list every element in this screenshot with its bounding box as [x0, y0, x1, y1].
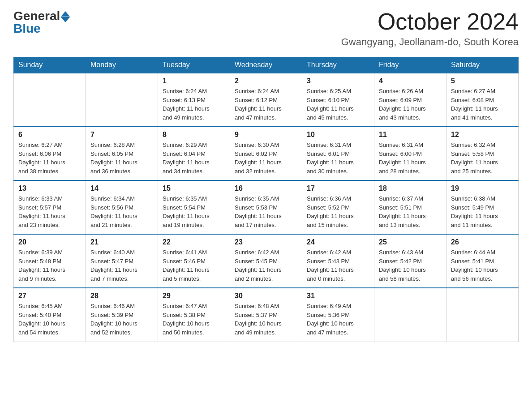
day-number: 8 [163, 131, 225, 139]
day-number: 26 [451, 238, 514, 246]
month-year-title: October 2024 [341, 9, 519, 34]
day-number: 11 [379, 131, 442, 139]
day-number: 31 [307, 292, 369, 300]
day-info: Sunrise: 6:27 AM Sunset: 6:08 PM Dayligh… [451, 87, 514, 122]
calendar-day-10: 10Sunrise: 6:31 AM Sunset: 6:01 PM Dayli… [302, 127, 374, 180]
day-number: 23 [235, 238, 297, 246]
day-number: 24 [307, 238, 369, 246]
day-info: Sunrise: 6:49 AM Sunset: 5:36 PM Dayligh… [307, 302, 369, 337]
day-info: Sunrise: 6:26 AM Sunset: 6:09 PM Dayligh… [379, 87, 442, 122]
calendar-week-row: 13Sunrise: 6:33 AM Sunset: 5:57 PM Dayli… [14, 180, 519, 234]
day-number: 2 [235, 77, 297, 85]
day-info: Sunrise: 6:39 AM Sunset: 5:48 PM Dayligh… [18, 248, 81, 283]
day-info: Sunrise: 6:28 AM Sunset: 6:05 PM Dayligh… [90, 141, 153, 176]
calendar-day-3: 3Sunrise: 6:25 AM Sunset: 6:10 PM Daylig… [302, 73, 374, 127]
day-number: 12 [451, 131, 514, 139]
day-number: 4 [379, 77, 442, 85]
day-info: Sunrise: 6:35 AM Sunset: 5:54 PM Dayligh… [163, 194, 225, 229]
calendar-day-9: 9Sunrise: 6:30 AM Sunset: 6:02 PM Daylig… [230, 127, 302, 180]
day-info: Sunrise: 6:31 AM Sunset: 6:01 PM Dayligh… [307, 141, 369, 176]
day-info: Sunrise: 6:38 AM Sunset: 5:49 PM Dayligh… [451, 194, 514, 229]
title-area: October 2024 Gwangyang, Jeollanam-do, So… [341, 9, 519, 48]
day-number: 14 [90, 184, 153, 193]
calendar-week-row: 20Sunrise: 6:39 AM Sunset: 5:48 PM Dayli… [14, 234, 519, 288]
day-number: 28 [90, 292, 153, 300]
day-number: 18 [379, 184, 442, 193]
day-info: Sunrise: 6:29 AM Sunset: 6:04 PM Dayligh… [163, 141, 225, 176]
day-info: Sunrise: 6:35 AM Sunset: 5:53 PM Dayligh… [235, 194, 297, 229]
calendar-day-4: 4Sunrise: 6:26 AM Sunset: 6:09 PM Daylig… [374, 73, 446, 127]
calendar-day-31: 31Sunrise: 6:49 AM Sunset: 5:36 PM Dayli… [302, 288, 374, 342]
calendar-week-row: 1Sunrise: 6:24 AM Sunset: 6:13 PM Daylig… [14, 73, 519, 127]
day-info: Sunrise: 6:48 AM Sunset: 5:37 PM Dayligh… [235, 302, 297, 337]
calendar-day-12: 12Sunrise: 6:32 AM Sunset: 5:58 PM Dayli… [446, 127, 519, 180]
day-info: Sunrise: 6:36 AM Sunset: 5:52 PM Dayligh… [307, 194, 369, 229]
calendar-day-25: 25Sunrise: 6:43 AM Sunset: 5:42 PM Dayli… [374, 234, 446, 288]
day-info: Sunrise: 6:41 AM Sunset: 5:46 PM Dayligh… [163, 248, 225, 283]
logo: General Blue [13, 9, 70, 36]
calendar-day-empty [374, 288, 446, 342]
day-info: Sunrise: 6:33 AM Sunset: 5:57 PM Dayligh… [18, 194, 81, 229]
day-number: 27 [18, 292, 81, 300]
calendar-day-19: 19Sunrise: 6:38 AM Sunset: 5:49 PM Dayli… [446, 180, 519, 234]
calendar-day-18: 18Sunrise: 6:37 AM Sunset: 5:51 PM Dayli… [374, 180, 446, 234]
weekday-header-saturday: Saturday [446, 57, 519, 73]
weekday-header-sunday: Sunday [14, 57, 86, 73]
calendar-day-24: 24Sunrise: 6:42 AM Sunset: 5:43 PM Dayli… [302, 234, 374, 288]
calendar-day-21: 21Sunrise: 6:40 AM Sunset: 5:47 PM Dayli… [86, 234, 158, 288]
calendar-day-16: 16Sunrise: 6:35 AM Sunset: 5:53 PM Dayli… [230, 180, 302, 234]
day-info: Sunrise: 6:45 AM Sunset: 5:40 PM Dayligh… [18, 302, 81, 337]
day-number: 5 [451, 77, 514, 85]
calendar-day-14: 14Sunrise: 6:34 AM Sunset: 5:56 PM Dayli… [86, 180, 158, 234]
weekday-header-friday: Friday [374, 57, 446, 73]
calendar-day-17: 17Sunrise: 6:36 AM Sunset: 5:52 PM Dayli… [302, 180, 374, 234]
day-number: 19 [451, 184, 514, 193]
location-subtitle: Gwangyang, Jeollanam-do, South Korea [341, 36, 519, 48]
day-info: Sunrise: 6:42 AM Sunset: 5:45 PM Dayligh… [235, 248, 297, 283]
day-number: 6 [18, 131, 81, 139]
day-info: Sunrise: 6:46 AM Sunset: 5:39 PM Dayligh… [90, 302, 153, 337]
logo-blue: Blue [13, 21, 41, 36]
calendar-table: SundayMondayTuesdayWednesdayThursdayFrid… [13, 57, 519, 342]
calendar-day-1: 1Sunrise: 6:24 AM Sunset: 6:13 PM Daylig… [158, 73, 230, 127]
calendar-day-29: 29Sunrise: 6:47 AM Sunset: 5:38 PM Dayli… [158, 288, 230, 342]
day-info: Sunrise: 6:42 AM Sunset: 5:43 PM Dayligh… [307, 248, 369, 283]
calendar-day-6: 6Sunrise: 6:27 AM Sunset: 6:06 PM Daylig… [14, 127, 86, 180]
weekday-header-tuesday: Tuesday [158, 57, 230, 73]
calendar-day-20: 20Sunrise: 6:39 AM Sunset: 5:48 PM Dayli… [14, 234, 86, 288]
calendar-day-5: 5Sunrise: 6:27 AM Sunset: 6:08 PM Daylig… [446, 73, 519, 127]
calendar-day-26: 26Sunrise: 6:44 AM Sunset: 5:41 PM Dayli… [446, 234, 519, 288]
day-info: Sunrise: 6:43 AM Sunset: 5:42 PM Dayligh… [379, 248, 442, 283]
day-info: Sunrise: 6:40 AM Sunset: 5:47 PM Dayligh… [90, 248, 153, 283]
day-number: 16 [235, 184, 297, 193]
day-number: 13 [18, 184, 81, 193]
calendar-day-27: 27Sunrise: 6:45 AM Sunset: 5:40 PM Dayli… [14, 288, 86, 342]
day-info: Sunrise: 6:27 AM Sunset: 6:06 PM Dayligh… [18, 141, 81, 176]
weekday-header-row: SundayMondayTuesdayWednesdayThursdayFrid… [14, 57, 519, 73]
day-info: Sunrise: 6:32 AM Sunset: 5:58 PM Dayligh… [451, 141, 514, 176]
calendar-week-row: 27Sunrise: 6:45 AM Sunset: 5:40 PM Dayli… [14, 288, 519, 342]
day-number: 20 [18, 238, 81, 246]
day-info: Sunrise: 6:31 AM Sunset: 6:00 PM Dayligh… [379, 141, 442, 176]
day-number: 25 [379, 238, 442, 246]
calendar-week-row: 6Sunrise: 6:27 AM Sunset: 6:06 PM Daylig… [14, 127, 519, 180]
day-info: Sunrise: 6:25 AM Sunset: 6:10 PM Dayligh… [307, 87, 369, 122]
day-number: 7 [90, 131, 153, 139]
day-number: 22 [163, 238, 225, 246]
calendar-day-13: 13Sunrise: 6:33 AM Sunset: 5:57 PM Dayli… [14, 180, 86, 234]
weekday-header-thursday: Thursday [302, 57, 374, 73]
page-header: General Blue October 2024 Gwangyang, Jeo… [13, 9, 519, 48]
calendar-day-empty [14, 73, 86, 127]
day-number: 9 [235, 131, 297, 139]
day-number: 15 [163, 184, 225, 193]
calendar-day-23: 23Sunrise: 6:42 AM Sunset: 5:45 PM Dayli… [230, 234, 302, 288]
calendar-day-30: 30Sunrise: 6:48 AM Sunset: 5:37 PM Dayli… [230, 288, 302, 342]
day-number: 1 [163, 77, 225, 85]
day-info: Sunrise: 6:37 AM Sunset: 5:51 PM Dayligh… [379, 194, 442, 229]
weekday-header-monday: Monday [86, 57, 158, 73]
day-info: Sunrise: 6:24 AM Sunset: 6:12 PM Dayligh… [235, 87, 297, 122]
day-info: Sunrise: 6:30 AM Sunset: 6:02 PM Dayligh… [235, 141, 297, 176]
calendar-day-28: 28Sunrise: 6:46 AM Sunset: 5:39 PM Dayli… [86, 288, 158, 342]
calendar-day-empty [446, 288, 519, 342]
calendar-day-22: 22Sunrise: 6:41 AM Sunset: 5:46 PM Dayli… [158, 234, 230, 288]
